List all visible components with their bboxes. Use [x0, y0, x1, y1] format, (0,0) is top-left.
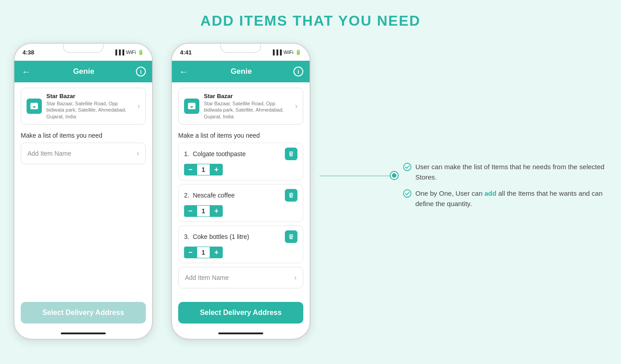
item-card-2: 2. Nescafe coffee − 1 + — [178, 184, 303, 222]
phone2-back-button[interactable]: ← — [178, 66, 189, 77]
item-2-quantity-control: − 1 + — [184, 205, 297, 217]
wifi-icon: WiFi — [284, 49, 293, 55]
phone1-app-header: ← Genie i — [14, 61, 152, 82]
item-3-quantity-control: − 1 + — [184, 247, 297, 258]
phone2-store-info: Star Bazar Star Bazaar, Satellite Road, … — [204, 93, 291, 120]
phone2-section-title: Make a list of items you need — [172, 130, 310, 143]
phone1-store-info: Star Bazar Star Bazaar, Satellite Road, … — [46, 93, 133, 120]
phone1-status-icons: ▐▐▐ WiFi 🔋 — [114, 49, 144, 55]
check-icon-2 — [403, 189, 412, 198]
phone1-time: 4:38 — [22, 49, 34, 56]
page-title: ADD ITEMS THAT YOU NEED — [0, 0, 621, 38]
phone2-notch — [220, 44, 261, 53]
phone2-store-address: Star Bazaar, Satellite Road, Opp bidiwal… — [204, 100, 291, 120]
phone2-add-item-row[interactable]: Add Item Name › — [178, 267, 303, 288]
check-icon-1 — [403, 162, 412, 171]
phone1-bottom-btn-container: Select Delivery Address — [21, 302, 146, 324]
item-3-delete-button[interactable] — [285, 230, 297, 243]
phone2-home-bar — [218, 333, 263, 334]
battery-icon: 🔋 — [138, 49, 144, 55]
item-1-label: 1. Colgate toothpaste — [184, 150, 246, 157]
phone2-info-button[interactable]: i — [293, 67, 303, 76]
phone2-header-title: Genie — [230, 67, 252, 76]
signal-icon: ▐▐▐ — [114, 49, 124, 55]
annotation-text-1: User can make the list of Items that he … — [415, 162, 605, 182]
signal-icon: ▐▐▐ — [271, 49, 282, 55]
phone2-add-item-text: Add Item Name — [185, 274, 229, 281]
item-1-quantity-control: − 1 + — [184, 164, 297, 175]
phone1-add-item-arrow: › — [137, 149, 139, 157]
phone2-store-icon — [184, 99, 199, 114]
phone2-add-item-arrow: › — [294, 274, 297, 282]
phone1-back-button[interactable]: ← — [21, 66, 32, 77]
item-card-1: 1. Colgate toothpaste − 1 + — [178, 143, 303, 180]
item-card-3: 3. Coke bottles (1 litre) − 1 + — [178, 225, 303, 263]
item-header-2: 2. Nescafe coffee — [184, 189, 297, 202]
phone1-add-item-text: Add Item Name — [27, 150, 71, 157]
phone2-status-icons: ▐▐▐ WiFi 🔋 — [271, 49, 302, 55]
phone1-select-delivery-button[interactable]: Select Delivery Address — [21, 302, 146, 324]
connector-line — [320, 175, 394, 176]
phone2-time: 4:41 — [180, 49, 192, 56]
phone2-store-arrow: › — [295, 102, 297, 110]
item-3-minus-button[interactable]: − — [184, 247, 197, 258]
phone1-top-bar: 4:38 ▐▐▐ WiFi 🔋 — [14, 44, 152, 61]
item-header-3: 3. Coke bottles (1 litre) — [184, 230, 297, 243]
phone2: 4:41 ▐▐▐ WiFi 🔋 ← Genie i Star Bazar Sta… — [171, 43, 310, 340]
item-2-label: 2. Nescafe coffee — [184, 192, 235, 199]
connector-dot — [391, 172, 398, 179]
phone2-app-header: ← Genie i — [172, 61, 310, 82]
phone2-bottom-btn-container: Select Delivery Address — [178, 302, 303, 324]
item-2-plus-button[interactable]: + — [210, 205, 223, 217]
svg-point-0 — [404, 163, 411, 171]
phone1-info-button[interactable]: i — [136, 67, 146, 76]
item-header-1: 1. Colgate toothpaste — [184, 148, 297, 160]
phone1: 4:38 ▐▐▐ WiFi 🔋 ← Genie i Star Bazar Sta… — [14, 43, 153, 340]
phone1-store-icon — [27, 99, 42, 114]
phone1-notch — [63, 44, 104, 53]
item-2-minus-button[interactable]: − — [184, 205, 197, 217]
phone1-store-address: Star Bazaar, Satellite Road, Opp bidiwal… — [46, 100, 133, 120]
item-2-quantity: 1 — [197, 205, 210, 217]
item-3-plus-button[interactable]: + — [210, 247, 223, 258]
annotation-item-2: One by One, User can add all the Items t… — [403, 189, 605, 209]
item-1-delete-button[interactable] — [285, 148, 297, 160]
item-3-label: 3. Coke bottles (1 litre) — [184, 233, 249, 240]
wifi-icon: WiFi — [126, 49, 136, 55]
phone1-home-bar — [61, 333, 106, 334]
phone2-store-card[interactable]: Star Bazar Star Bazaar, Satellite Road, … — [178, 88, 303, 125]
annotation-box: User can make the list of Items that he … — [403, 162, 605, 215]
item-3-quantity: 1 — [197, 247, 210, 258]
phone1-store-card[interactable]: Star Bazar Star Bazaar, Satellite Road, … — [21, 88, 146, 125]
phone2-items-list: 1. Colgate toothpaste − 1 + 2. Nescaf — [172, 143, 310, 288]
item-1-minus-button[interactable]: − — [184, 164, 197, 175]
phone1-add-item-row[interactable]: Add Item Name › — [21, 143, 146, 164]
annotation-item-1: User can make the list of Items that he … — [403, 162, 605, 182]
phone2-top-bar: 4:41 ▐▐▐ WiFi 🔋 — [172, 44, 310, 61]
phone1-section-title: Make a list of items you need — [14, 130, 152, 143]
item-1-plus-button[interactable]: + — [210, 164, 223, 175]
item-2-delete-button[interactable] — [285, 189, 297, 202]
battery-icon: 🔋 — [295, 49, 302, 55]
phone1-header-title: Genie — [73, 67, 94, 76]
item-1-quantity: 1 — [197, 164, 210, 175]
phone2-store-name: Star Bazar — [204, 93, 291, 99]
svg-point-1 — [404, 190, 411, 198]
phone1-store-name: Star Bazar — [46, 93, 133, 99]
phone1-store-arrow: › — [138, 102, 140, 110]
annotation-text-2: One by One, User can add all the Items t… — [415, 189, 605, 209]
phone2-select-delivery-button[interactable]: Select Delivery Address — [178, 302, 303, 324]
